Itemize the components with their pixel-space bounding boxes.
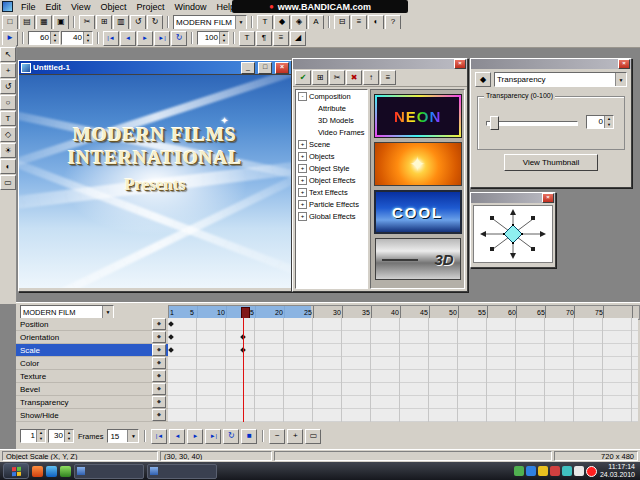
shape-tool[interactable]: ◇	[0, 127, 16, 142]
zoom-out-icon[interactable]: −	[269, 429, 285, 444]
menu-edit[interactable]: Edit	[41, 1, 67, 13]
align-icon[interactable]: ≡	[351, 15, 367, 30]
spinner[interactable]: ▲▼	[36, 430, 45, 442]
zoom-in-icon[interactable]: +	[287, 429, 303, 444]
menu-icon[interactable]: ≡	[380, 70, 396, 85]
keyframe-icon[interactable]: ◆	[152, 344, 166, 356]
palette-close-button[interactable]: ×	[454, 59, 466, 69]
view-thumbnail-button[interactable]: View Thumbnail	[504, 154, 598, 171]
maximize-button[interactable]: □	[258, 62, 272, 74]
prev-frame-button[interactable]: ◄	[120, 31, 136, 46]
spin-down-icon[interactable]: ▼	[37, 436, 45, 442]
end-frame-field[interactable]: 30 ▲▼	[48, 429, 74, 443]
expander-icon[interactable]: +	[298, 176, 307, 185]
color-icon[interactable]: ◐	[368, 15, 384, 30]
tray-icon[interactable]	[562, 466, 572, 476]
preset-combo[interactable]: MODERN FILM ▼	[173, 15, 247, 30]
spin-down-icon[interactable]: ▼	[84, 38, 92, 44]
spin-down-icon[interactable]: ▼	[220, 38, 228, 44]
keyframe-diamond[interactable]	[168, 334, 174, 340]
timeline-first-button[interactable]: |◄	[151, 429, 167, 444]
menu-file[interactable]: File	[16, 1, 41, 13]
track-show-hide[interactable]: Show/Hide◆	[16, 409, 168, 422]
quicklaunch-icon[interactable]	[32, 466, 43, 477]
tree-item-3d-models[interactable]: 3D Models	[296, 114, 367, 126]
insert-text-icon[interactable]: T	[257, 15, 273, 30]
timeline-loop-button[interactable]: ↻	[223, 429, 239, 444]
chevron-down-icon[interactable]: ▼	[615, 73, 626, 86]
new-icon[interactable]: □	[2, 15, 18, 30]
preview-canvas[interactable]: MODERN FILMS INTERNATIONAL Presents ✦	[19, 74, 291, 288]
tree-item-global-effects[interactable]: +Global Effects	[296, 210, 367, 222]
paragraph-icon[interactable]: ¶	[256, 31, 272, 46]
redo-icon[interactable]: ↻	[147, 15, 163, 30]
copy-icon[interactable]: ⊞	[96, 15, 112, 30]
select-mode-icon[interactable]: ►	[2, 31, 18, 46]
align-left-icon[interactable]: ≡	[273, 31, 289, 46]
quicklaunch-icon[interactable]	[60, 466, 71, 477]
track-orientation[interactable]: Orientation◆	[16, 331, 168, 344]
timeline-object-combo[interactable]: MODERN FILM ▼	[20, 305, 114, 319]
start-button[interactable]	[3, 463, 29, 479]
attribute-titlebar[interactable]: ×	[471, 59, 631, 69]
expander-icon[interactable]: +	[298, 152, 307, 161]
recording-indicator-icon[interactable]	[586, 466, 597, 477]
loop-button[interactable]: ↻	[171, 31, 187, 46]
timeline-play-button[interactable]: ►	[187, 429, 203, 444]
spin-down-icon[interactable]: ▼	[51, 38, 59, 44]
quicklaunch-icon[interactable]	[46, 466, 57, 477]
tree-item-scene[interactable]: +Scene	[296, 138, 367, 150]
position-close-button[interactable]: ×	[542, 193, 554, 203]
keyframe-icon[interactable]: ◆	[152, 396, 166, 408]
tree-item-object-effects[interactable]: +Object Effects	[296, 174, 367, 186]
attribute-close-button[interactable]: ×	[618, 59, 630, 69]
print-icon[interactable]: ▣	[53, 15, 69, 30]
keyframe-icon[interactable]: ◆	[152, 357, 166, 369]
light-tool[interactable]: ☀	[0, 143, 16, 158]
tray-icon[interactable]	[574, 466, 584, 476]
menu-project[interactable]: Project	[131, 1, 169, 13]
menu-view[interactable]: View	[66, 1, 95, 13]
thumbnail-burst[interactable]: ✦	[374, 142, 462, 186]
tree-item-object-style[interactable]: +Object Style	[296, 162, 367, 174]
height-field[interactable]: 40 ▲▼	[61, 31, 93, 45]
tree-item-particle-effects[interactable]: +Particle Effects	[296, 198, 367, 210]
open-icon[interactable]: ▤	[19, 15, 35, 30]
track-color[interactable]: Color◆	[16, 357, 168, 370]
thumbnail-3d[interactable]: 3D	[375, 238, 461, 280]
tray-icon[interactable]	[514, 466, 524, 476]
taskbar-app-button[interactable]	[147, 464, 217, 479]
tree-item-objects[interactable]: +Objects	[296, 150, 367, 162]
pointer-tool[interactable]: ↖	[0, 47, 16, 62]
spinner[interactable]: ▲▼	[604, 116, 613, 128]
thumbnail-cool[interactable]: COOL	[374, 190, 462, 234]
tray-icon[interactable]	[550, 466, 560, 476]
close-button[interactable]: ×	[275, 62, 289, 74]
chevron-down-icon[interactable]: ▼	[235, 16, 246, 29]
slider-thumb[interactable]	[490, 116, 499, 130]
width-field[interactable]: 60 ▲▼	[28, 31, 60, 45]
tree-item-text-effects[interactable]: +Text Effects	[296, 186, 367, 198]
move-tool[interactable]: +	[0, 63, 16, 78]
expander-icon[interactable]: -	[298, 92, 307, 101]
menu-window[interactable]: Window	[169, 1, 211, 13]
spin-down-icon[interactable]: ▼	[605, 122, 613, 128]
rotate-icon[interactable]: ◢	[290, 31, 306, 46]
track-position[interactable]: Position◆	[16, 318, 168, 331]
spinner[interactable]: ▲▼	[64, 430, 73, 442]
taskbar-app-button[interactable]	[74, 464, 144, 479]
spinner[interactable]: ▲▼	[50, 32, 59, 44]
cut-icon[interactable]: ✂	[79, 15, 95, 30]
keyframe-diamond[interactable]	[168, 321, 174, 327]
transparency-slider[interactable]	[486, 115, 578, 129]
expander-icon[interactable]: +	[298, 140, 307, 149]
track-bevel[interactable]: Bevel◆	[16, 383, 168, 396]
expander-icon[interactable]: +	[298, 164, 307, 173]
transparency-value-field[interactable]: 0 ▲▼	[586, 115, 614, 129]
tray-icon[interactable]	[526, 466, 536, 476]
keyframe-icon[interactable]: ◆	[152, 318, 166, 330]
fit-icon[interactable]: ▭	[305, 429, 321, 444]
chevron-down-icon[interactable]: ▼	[102, 306, 113, 318]
track-texture[interactable]: Texture◆	[16, 370, 168, 383]
tree-item-attribute[interactable]: Attribute	[296, 102, 367, 114]
